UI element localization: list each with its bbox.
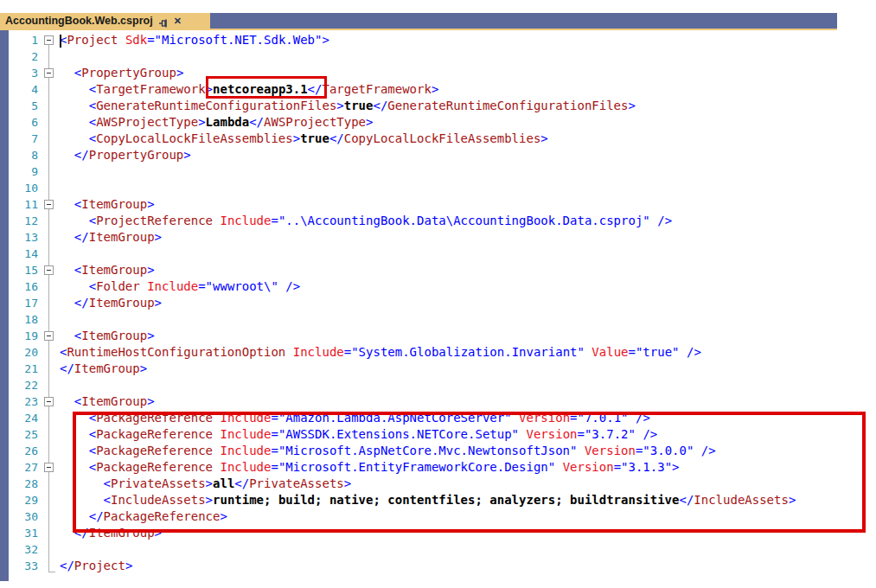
code-text: <TargetFramework>netcoreapp3.1</TargetFr… [56, 81, 438, 98]
code-line[interactable]: 23 <ItemGroup> [9, 393, 876, 410]
code-token: > [789, 493, 796, 507]
fold-margin [42, 328, 56, 344]
code-line[interactable]: 27 <PackageReference Include="Microsoft.… [9, 459, 876, 476]
document-tab-accountingbook-web-csproj[interactable]: AccountingBook.Web.csproj ✕ [0, 13, 210, 29]
code-text: </ItemGroup> [56, 525, 162, 541]
fold-margin [42, 393, 56, 410]
code-text: <PackageReference Include="Amazon.Lambda… [56, 410, 650, 426]
code-line[interactable]: 4 <TargetFramework>netcoreapp3.1</Target… [9, 81, 876, 98]
code-line[interactable]: 16 <Folder Include="wwwroot\" /> [9, 278, 876, 295]
code-line[interactable]: 1<Project Sdk="Microsoft.NET.Sdk.Web"> [9, 32, 876, 48]
fold-margin [42, 311, 56, 328]
fold-margin [42, 65, 56, 81]
code-token: > [147, 263, 154, 277]
code-line[interactable]: 24 <PackageReference Include="Amazon.Lam… [9, 410, 876, 426]
code-line[interactable]: 13 </ItemGroup> [9, 229, 876, 246]
close-tab-icon[interactable]: ✕ [174, 16, 182, 26]
code-line[interactable]: 8 </PropertyGroup> [9, 147, 876, 163]
code-text [56, 246, 60, 262]
code-line[interactable]: 15 <ItemGroup> [9, 262, 876, 278]
code-line[interactable]: 21</ItemGroup> [9, 361, 876, 377]
line-number: 24 [9, 410, 42, 426]
code-line[interactable]: 9 [9, 163, 876, 180]
code-text: <IncludeAssets>runtime; build; native; c… [56, 492, 796, 508]
code-token: ItemGroup [74, 361, 140, 375]
code-line[interactable]: 33</Project> [9, 558, 876, 574]
code-line[interactable]: 22 [9, 377, 876, 393]
code-text: <Folder Include="wwwroot\" /> [56, 278, 300, 295]
code-line[interactable]: 10 [9, 180, 876, 196]
line-number: 1 [9, 32, 42, 48]
code-token [512, 411, 519, 425]
code-line[interactable]: 2 [9, 48, 876, 65]
line-number: 33 [9, 558, 42, 574]
code-token: RuntimeHostConfigurationOption [67, 345, 285, 359]
code-token: > [125, 559, 132, 572]
code-line[interactable]: 6 <AWSProjectType>Lambda</AWSProjectType… [9, 114, 876, 131]
fold-margin [42, 476, 56, 492]
code-token [60, 493, 104, 507]
code-line[interactable]: 31 </ItemGroup> [9, 525, 876, 541]
code-token [60, 214, 89, 227]
code-text [56, 311, 60, 328]
code-token: < [104, 476, 111, 490]
code-token [60, 460, 89, 474]
code-line[interactable]: 3 <PropertyGroup> [9, 65, 876, 81]
code-token: Sdk [125, 33, 147, 47]
code-line[interactable]: 28 <PrivateAssets>all</PrivateAssets> [9, 476, 876, 492]
code-token: ="Microsoft.NET.Sdk.Web" [147, 33, 322, 47]
code-token: </ [249, 115, 264, 129]
code-token: ="Amazon.Lambda.AspNetCoreServer" [271, 411, 511, 425]
collapse-toggle-icon[interactable] [44, 397, 54, 406]
line-number: 2 [9, 48, 42, 65]
code-line[interactable]: 11 <ItemGroup> [9, 196, 876, 213]
collapse-toggle-icon[interactable] [44, 331, 54, 341]
code-token: /> [701, 444, 716, 457]
code-token: CopyLocalLockFileAssemblies [96, 131, 293, 145]
code-lines[interactable]: 1<Project Sdk="Microsoft.NET.Sdk.Web">23… [9, 32, 876, 574]
fold-margin [42, 459, 56, 476]
fold-margin [42, 81, 56, 98]
code-token: IncludeAssets [694, 493, 789, 507]
collapse-toggle-icon[interactable] [44, 35, 54, 45]
code-line[interactable]: 29 <IncludeAssets>runtime; build; native… [9, 492, 876, 508]
fold-margin [42, 443, 56, 459]
code-token: runtime; build; native; contentfiles; an… [213, 493, 679, 507]
tab-strip-underline [0, 29, 837, 30]
code-line[interactable]: 14 [9, 246, 876, 262]
code-token: ="Microsoft.AspNetCore.Mvc.NewtonsoftJso… [271, 444, 577, 457]
line-number: 15 [9, 262, 42, 278]
collapse-toggle-icon[interactable] [44, 68, 54, 78]
code-token: PrivateAssets [111, 476, 206, 490]
code-line[interactable]: 26 <PackageReference Include="Microsoft.… [9, 443, 876, 459]
code-token: Include [293, 345, 344, 359]
code-line[interactable]: 25 <PackageReference Include="AWSSDK.Ext… [9, 426, 876, 443]
code-token [285, 345, 292, 359]
code-token [118, 33, 125, 47]
code-line[interactable]: 20<RuntimeHostConfigurationOption Includ… [9, 344, 876, 361]
code-token: </ [89, 509, 104, 523]
code-line[interactable]: 17 </ItemGroup> [9, 295, 876, 311]
code-token: true [344, 99, 374, 112]
code-token: ItemGroup [81, 263, 147, 277]
code-line[interactable]: 32 [9, 541, 876, 558]
collapse-toggle-icon[interactable] [44, 463, 54, 472]
collapse-toggle-icon[interactable] [44, 200, 54, 209]
line-number: 30 [9, 508, 42, 525]
code-token: PrivateAssets [249, 476, 344, 490]
code-line[interactable]: 19 <ItemGroup> [9, 328, 876, 344]
code-text: <Project Sdk="Microsoft.NET.Sdk.Web"> [56, 32, 329, 48]
code-token [555, 460, 562, 474]
collapse-toggle-icon[interactable] [44, 265, 54, 275]
code-line[interactable]: 30 </PackageReference> [9, 508, 876, 525]
code-token [60, 263, 74, 277]
code-line[interactable]: 18 [9, 311, 876, 328]
code-line[interactable]: 12 <ProjectReference Include="..\Account… [9, 213, 876, 229]
code-token: Include [220, 214, 271, 227]
line-number: 8 [9, 147, 42, 163]
code-token: </ [679, 493, 694, 507]
pushpin-icon[interactable] [158, 16, 169, 26]
code-line[interactable]: 5 <GenerateRuntimeConfigurationFiles>tru… [9, 98, 876, 114]
code-line[interactable]: 7 <CopyLocalLockFileAssemblies>true</Cop… [9, 131, 876, 147]
code-text [56, 163, 60, 180]
